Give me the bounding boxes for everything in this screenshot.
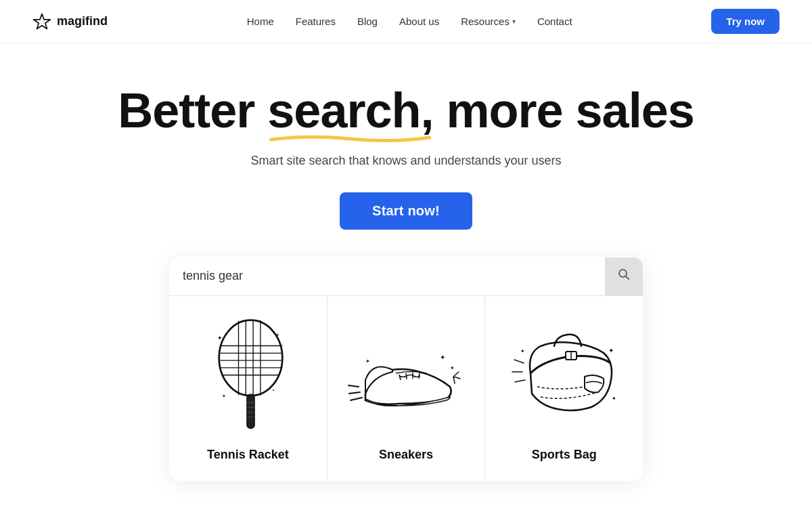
svg-text:✦: ✦ xyxy=(440,354,445,361)
start-now-button[interactable]: Start now! xyxy=(340,192,472,230)
svg-text:✦: ✦ xyxy=(217,335,223,341)
svg-text:✦: ✦ xyxy=(608,347,614,354)
search-input[interactable] xyxy=(169,257,605,295)
search-submit-button[interactable] xyxy=(605,257,643,295)
search-bar xyxy=(169,257,643,296)
svg-line-26 xyxy=(351,398,362,400)
svg-line-24 xyxy=(348,385,359,387)
try-now-button[interactable]: Try now xyxy=(711,9,780,34)
chevron-down-icon: ▾ xyxy=(512,18,516,25)
svg-text:✦: ✦ xyxy=(272,388,275,392)
svg-text:✦: ✦ xyxy=(365,358,370,364)
nav-features[interactable]: Features xyxy=(296,16,336,27)
logo-icon xyxy=(32,12,51,31)
svg-text:✦: ✦ xyxy=(520,348,525,354)
hero-subtitle: Smart site search that knows and underst… xyxy=(250,154,561,168)
svg-text:✦: ✦ xyxy=(612,396,616,402)
nav-home[interactable]: Home xyxy=(247,16,274,27)
svg-point-1 xyxy=(219,320,283,396)
svg-text:✦: ✦ xyxy=(275,332,279,338)
product-card[interactable]: ✦ ✦ ✦ Sneakers xyxy=(328,296,486,481)
svg-line-23 xyxy=(419,373,420,379)
search-icon xyxy=(617,268,631,284)
svg-text:✦: ✦ xyxy=(450,365,455,371)
svg-text:✦: ✦ xyxy=(223,393,227,399)
product-name-sneakers: Sneakers xyxy=(379,448,433,462)
product-image-bag: ✦ ✦ ✦ xyxy=(503,312,625,434)
product-card[interactable]: ✦ ✦ ✦ ✦ Tennis Racket xyxy=(169,296,328,481)
product-name-bag: Sports Bag xyxy=(532,448,597,462)
product-image-racket: ✦ ✦ ✦ ✦ xyxy=(187,312,309,434)
nav-blog[interactable]: Blog xyxy=(357,16,378,27)
svg-line-25 xyxy=(349,392,360,394)
product-name-racket: Tennis Racket xyxy=(207,448,289,462)
hero-title-highlighted: search, xyxy=(267,84,433,137)
logo[interactable]: magifind xyxy=(32,12,108,31)
product-card[interactable]: ✦ ✦ ✦ Sports Bag xyxy=(485,296,643,481)
underline-decoration xyxy=(267,133,433,143)
nav-contact[interactable]: Contact xyxy=(537,16,572,27)
svg-rect-11 xyxy=(247,395,254,429)
nav-resources[interactable]: Resources ▾ xyxy=(461,16,516,27)
search-demo: ✦ ✦ ✦ ✦ Tennis Racket xyxy=(169,257,643,481)
product-grid: ✦ ✦ ✦ ✦ Tennis Racket xyxy=(169,296,643,481)
nav-about[interactable]: About us xyxy=(399,16,439,27)
product-image-sneakers: ✦ ✦ ✦ xyxy=(345,312,467,434)
brand-name: magifind xyxy=(57,14,108,28)
hero-title: Better search, more sales xyxy=(118,84,694,137)
